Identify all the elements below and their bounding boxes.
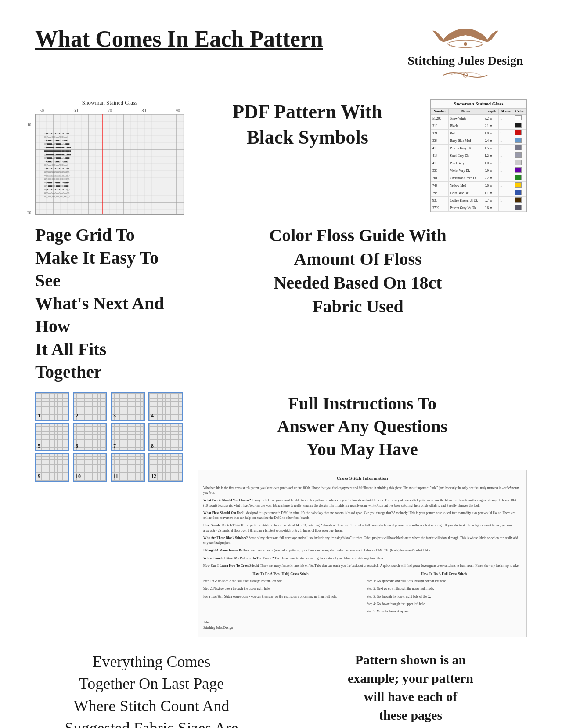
thumb-number: 7 [113, 443, 116, 449]
section-3: 123456789101112 Full Instructions To Ans… [35, 392, 527, 637]
para-3: What Floss Should You Use? I designed th… [203, 511, 521, 521]
svg-text:○△✕✕✕✕✕✕✕✕✕✕✕✕✕✕✕△○: ○△✕✕✕✕✕✕✕✕✕✕✕✕✕✕✕△○ [44, 177, 69, 180]
svg-text:✕✕✕✕✕✕✕✕✕✕✕✕✕✕✕✕✕✕✕: ✕✕✕✕✕✕✕✕✕✕✕✕✕✕✕✕✕✕✕ [44, 132, 69, 134]
para-8: How Can I Learn How To Cross Stitch? The… [203, 563, 521, 568]
thumb-cell: 9 [35, 453, 69, 482]
thumb-cell-pattern [112, 393, 144, 420]
floss-row: 701Christmas Green Lt2.2 m1 [431, 174, 526, 182]
header: What Comes In Each Pattern Stitching Jul… [35, 26, 527, 82]
thumb-cell: 4 [148, 392, 183, 421]
thumb-number: 10 [76, 473, 81, 480]
color-swatch-icon [515, 152, 522, 158]
everything-text: Everything ComesTogether On Last PageWhe… [35, 651, 268, 728]
half-stitch-col: How To Do A Two (Half) Cross Stitch Step… [203, 572, 358, 616]
color-swatch-icon [515, 138, 522, 143]
pattern-example-text: Pattern shown is anexample; your pattern… [294, 651, 527, 728]
svg-text:○○○○○○○○○○○○○○○○○○○: ○○○○○○○○○○○○○○○○○○○ [44, 195, 69, 198]
thumb-cell: 7 [111, 423, 145, 451]
cross-stitch-info-box: Cross Stitch Information Whether this is… [198, 470, 527, 637]
color-swatch-icon [515, 115, 522, 120]
para-7: Where Should I Start My Pattern On The F… [203, 556, 521, 561]
floss-row: 3799Pewter Gray Vy Dk0.6 m1 [431, 204, 526, 212]
thumb-number: 6 [76, 443, 78, 449]
pattern-image: ✕✕✕✕✕✕✕✕✕✕✕✕✕✕✕✕✕✕✕ ✕✕△△△✕✕✕✕△△△✕✕✕△△✕ ✕… [35, 114, 184, 215]
svg-text:✕✕△■■△✕✕△■■△✕✕△■■△: ✕✕△■■△✕✕△■■△✕✕△■■△ [44, 160, 68, 163]
logo-flourish-icon [430, 26, 501, 53]
color-swatch-icon [515, 160, 522, 165]
thumb-cell-pattern [36, 454, 68, 481]
thumb-cell-pattern [74, 424, 106, 450]
color-swatch-icon [515, 197, 522, 203]
thumb-cell: 10 [73, 453, 107, 482]
pattern-wrapper: 10 20 [35, 114, 184, 215]
main-title: What Comes In Each Pattern [35, 26, 323, 51]
svg-text:○△△△△△△△△△△△△△△△△△○: ○△△△△△△△△△△△△△△△△△○ [44, 192, 69, 194]
floss-row: 550Violet Very Dk0.9 m1 [431, 167, 526, 174]
instructions-text-area: Full Instructions To Answer Any Question… [198, 392, 527, 637]
svg-text:✕△■■■■△✕△■■■■△✕△■■■: ✕△■■■■△✕△■■■■△✕△■■■ [44, 142, 69, 145]
para-6: I Bought A Monochrome Pattern For monoch… [203, 548, 521, 553]
full-stitch-col: How To Do A Full Cross Stitch Step 1: Go… [367, 572, 521, 616]
svg-text:○△✕■■■✕✕✕■■■✕✕✕■■■✕: ○△✕■■■✕✕✕■■■✕✕✕■■■✕ [44, 181, 69, 184]
svg-text:○△✕■■■✕✕✕■■■✕✕✕■■■✕: ○△✕■■■✕✕✕■■■✕✕✕■■■✕ [44, 185, 69, 187]
page-grid-title: Page Grid ToMake It Easy To SeeWhat's Ne… [35, 224, 176, 384]
thumb-cell: 12 [148, 453, 183, 482]
stitch-how-to: How To Do A Two (Half) Cross Stitch Step… [203, 572, 521, 616]
svg-text:✕✕△■■△✕✕△■■△✕✕△■■△: ✕✕△■■△✕✕△■■△✕✕△■■△ [44, 139, 68, 141]
grid-thumbnails: 123456789101112 [35, 392, 184, 482]
thumb-number: 4 [151, 413, 154, 419]
floss-row: 415Pearl Gray1.0 m1 [431, 159, 526, 167]
para-2: What Fabric Should You Choose? It's my b… [203, 498, 521, 508]
svg-text:○○○○○○○○○○○○○○○○○○○: ○○○○○○○○○○○○○○○○○○○ [44, 170, 69, 173]
floss-row: 414Steel Gray Dk1.2 m1 [431, 152, 526, 159]
logo-bottom-flourish-icon [439, 69, 492, 82]
thumb-cell: 11 [111, 453, 145, 482]
thumb-cell: 5 [35, 423, 69, 451]
thumb-number: 8 [151, 443, 154, 449]
floss-table-title: Snowman Stained Glass [431, 100, 526, 108]
floss-table: Number Name Length Skeins Color B5200Sno… [431, 108, 526, 212]
color-swatch-icon [515, 145, 522, 150]
thumb-cell-pattern [149, 393, 182, 420]
para-5: Why Are There Blank Stitches? Some of my… [203, 536, 521, 546]
svg-text:✕✕△△△✕✕✕✕△△△✕✕✕△△✕: ✕✕△△△✕✕✕✕△△△✕✕✕△△✕ [44, 163, 68, 166]
thumb-cell: 3 [111, 392, 145, 421]
color-swatch-icon [515, 205, 522, 210]
pattern-svg: ✕✕✕✕✕✕✕✕✕✕✕✕✕✕✕✕✕✕✕ ✕✕△△△✕✕✕✕△△△✕✕✕△△✕ ✕… [36, 114, 184, 215]
floss-row: 743Yellow Med0.8 m1 [431, 182, 526, 189]
thumb-cell-pattern [149, 424, 182, 450]
pattern-label: Snowman Stained Glass [35, 99, 184, 106]
floss-row: 798Delft Blue Dk1.1 m1 [431, 189, 526, 197]
thumb-cell-pattern [36, 424, 68, 450]
color-swatch-icon [515, 130, 522, 135]
page-grid-text-area: Page Grid ToMake It Easy To SeeWhat's Ne… [35, 224, 176, 384]
floss-row: 938Coffee Brown Ul Dk0.7 m1 [431, 197, 526, 204]
axis-labels: 50 60 70 80 90 [35, 108, 184, 113]
thumb-cell-pattern [36, 393, 68, 420]
section-2: Page Grid ToMake It Easy To SeeWhat's Ne… [35, 224, 527, 384]
svg-text:○△△△△△△△△△△△△△△△△△○: ○△△△△△△△△△△△△△△△△△○ [44, 174, 69, 177]
svg-text:△■■■■■■△△■■■■■■△△■■■: △■■■■■■△△■■■■■■△△■■■ [44, 146, 71, 148]
pattern-image-area: Snowman Stained Glass 50 60 70 80 90 10 … [35, 99, 184, 215]
floss-row: 334Baby Blue Med2.4 m1 [431, 137, 526, 145]
thumb-cell-pattern [74, 393, 106, 420]
thumb-cell: 6 [73, 423, 107, 451]
thumb-number: 3 [113, 413, 116, 419]
thumb-number: 1 [38, 413, 40, 419]
floss-row: 413Pewter Gray Dk1.5 m1 [431, 145, 526, 152]
floss-guide-text-area: Color Floss Guide With Amount Of Floss N… [189, 224, 527, 319]
floss-guide-small: Snowman Stained Glass Number Name Length… [430, 99, 527, 212]
svg-text:○△✕✕✕✕✕✕✕✕✕✕✕✕✕✕✕△○: ○△✕✕✕✕✕✕✕✕✕✕✕✕✕✕✕△○ [44, 188, 69, 191]
color-swatch-icon [515, 175, 522, 180]
instructions-title: Full Instructions To Answer Any Question… [277, 392, 447, 461]
thumb-number: 9 [38, 473, 40, 480]
floss-row: B5200Snow White3.2 m1 [431, 115, 526, 122]
thumb-number: 12 [151, 473, 156, 480]
thumb-cell: 1 [35, 392, 69, 421]
logo-area: Stitching Jules Design [404, 26, 527, 82]
page: What Comes In Each Pattern Stitching Jul… [0, 0, 562, 728]
floss-table-mini: Snowman Stained Glass Number Name Length… [430, 99, 527, 212]
thumb-number: 5 [38, 443, 40, 449]
svg-text:✕△■■■■△✕△■■■■△✕△■■■: ✕△■■■■△✕△■■■■△✕△■■■ [44, 156, 69, 159]
row-numbers: 10 20 [27, 123, 31, 215]
